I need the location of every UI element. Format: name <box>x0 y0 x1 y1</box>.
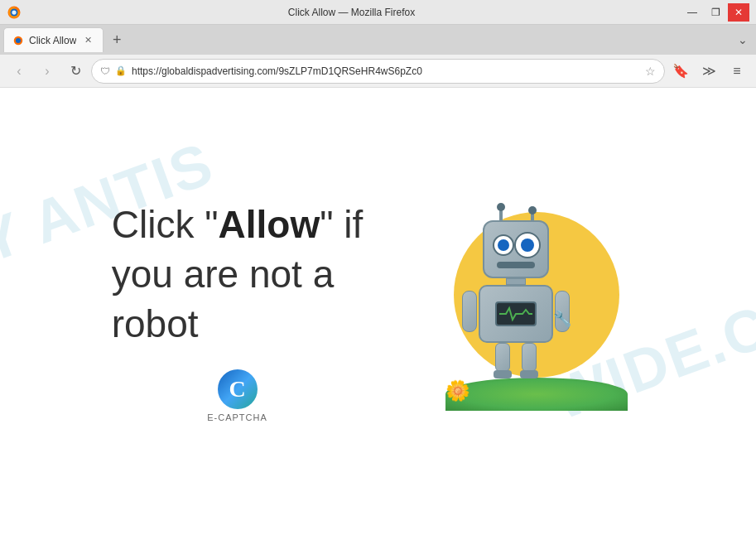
url-text: https://globaldispadvertising.com/9sZLP7… <box>132 65 640 77</box>
main-text-line1: Click "Allow" if <box>112 203 364 246</box>
robot-eye-left <box>493 234 514 256</box>
robot-leg-left <box>495 343 510 372</box>
robot-arm-left <box>462 291 477 332</box>
tab-label: Click Allow <box>29 35 76 46</box>
title-bar: Click Allow — Mozilla Firefox — ❐ ✕ <box>0 0 756 25</box>
robot-screen-display <box>499 303 532 325</box>
robot-legs <box>494 343 538 378</box>
list-all-tabs-button[interactable]: ⌄ <box>733 30 753 50</box>
ecaptcha-logo: C <box>218 369 258 409</box>
page-content: MY ANTIS WIDE.COM Click "Allow" if you a… <box>0 88 756 535</box>
robot-eye-right <box>514 232 541 258</box>
main-heading: Click "Allow" if you are not a robot <box>112 200 364 349</box>
ecaptcha-label: E-CAPTCHA <box>207 412 267 422</box>
menu-button[interactable]: ≡ <box>725 59 749 84</box>
robot-scene: 🌼 <box>429 195 644 427</box>
robot-leg-right-container <box>520 343 538 378</box>
ecaptcha-logo-letter: C <box>229 376 245 402</box>
save-to-pocket-button[interactable]: 🔖 <box>668 59 693 84</box>
robot-head <box>483 220 549 278</box>
robot-arm-right: 🔧 <box>555 291 570 332</box>
reload-button[interactable]: ↻ <box>63 59 88 84</box>
shield-icon: 🛡 <box>100 65 110 77</box>
flower-icon: 🌼 <box>445 379 470 402</box>
active-tab[interactable]: Click Allow ✕ <box>3 27 104 52</box>
robot-mouth <box>497 262 535 268</box>
maximize-button[interactable]: ❐ <box>705 3 726 22</box>
nav-bar: ‹ › ↻ 🛡 🔒 https://globaldispadvertising.… <box>0 55 756 88</box>
tab-close-button[interactable]: ✕ <box>81 34 94 47</box>
robot-section: 🌼 <box>429 195 644 427</box>
tab-favicon-icon <box>12 35 24 46</box>
robot-leg-right <box>522 343 537 372</box>
robot-body: 🔧 <box>479 285 553 343</box>
lock-icon: 🔒 <box>115 65 127 76</box>
robot-screen <box>495 301 537 326</box>
close-button[interactable]: ✕ <box>728 3 749 22</box>
text-section: Click "Allow" if you are not a robot C E… <box>112 200 364 422</box>
back-button[interactable]: ‹ <box>7 59 31 84</box>
minimize-button[interactable]: — <box>681 3 703 22</box>
main-text-line2: you are not a <box>112 253 335 296</box>
robot-antenna-left <box>499 207 503 222</box>
extensions-button[interactable]: ≫ <box>696 59 721 84</box>
svg-point-2 <box>12 10 16 14</box>
robot-neck <box>506 278 526 285</box>
tab-bar-end: ⌄ <box>733 30 753 50</box>
address-bar[interactable]: 🛡 🔒 https://globaldispadvertising.com/9s… <box>91 59 665 84</box>
main-text-line3: robot <box>112 302 199 345</box>
forward-button[interactable]: › <box>35 59 60 84</box>
tab-bar: Click Allow ✕ + ⌄ <box>0 25 756 55</box>
firefox-logo-icon <box>7 5 22 20</box>
robot-figure: 🔧 <box>479 220 553 378</box>
allow-bold: Allow <box>219 203 320 246</box>
content-area: Click "Allow" if you are not a robot C E… <box>0 162 756 460</box>
title-bar-title: Click Allow — Mozilla Firefox <box>22 7 681 18</box>
robot-foot-left <box>494 370 512 378</box>
robot-leg-left-container <box>494 343 512 378</box>
title-bar-controls: — ❐ ✕ <box>681 3 749 22</box>
robot-foot-right <box>520 370 538 378</box>
title-bar-left <box>7 5 22 20</box>
grass <box>445 378 628 411</box>
nav-right-buttons: 🔖 ≫ ≡ <box>668 59 749 84</box>
bookmark-star-icon[interactable]: ☆ <box>645 65 656 78</box>
svg-point-4 <box>16 37 21 42</box>
new-tab-button[interactable]: + <box>105 28 128 51</box>
ecaptcha-section: C E-CAPTCHA <box>112 369 364 422</box>
wrench-icon: 🔧 <box>553 310 571 328</box>
robot-antenna-right <box>531 210 534 222</box>
